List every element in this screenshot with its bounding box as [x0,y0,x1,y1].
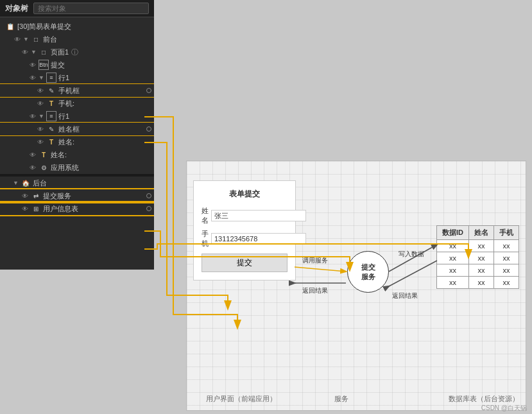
tree-item-row1b[interactable]: 👁 ▼ ≡ 行1 [0,110,154,123]
label-service: 服务 [334,394,348,404]
circle-indicator [146,88,151,93]
name-input[interactable] [211,210,306,221]
tree-item-phone-frame[interactable]: 👁 ✎ 手机框 [0,84,154,97]
svg-line-5 [389,245,437,272]
watermark: CSDN @白天锅 [481,404,527,413]
table-cell: xx [469,252,494,264]
label-frontend: 用户界面（前端应用） [206,394,277,404]
tree-item-root[interactable]: 📋 [30]简易表单提交 [0,20,154,33]
table-cell: xx [494,264,519,277]
tree-item-submit-svc[interactable]: 👁 ⇄ 提交服务 [0,189,154,202]
eye-icon: 👁 [21,47,30,56]
frontend-icon: □ [31,34,41,44]
service-icon: ⇄ [31,191,41,201]
table-cell: xx [494,252,519,264]
table-cell: xx [437,264,469,277]
tree-item-label: 应用系统 [51,163,79,173]
eye-icon: 👁 [21,191,30,200]
row-icon: ≡ [46,111,56,121]
gear-icon: ⚙ [39,162,49,173]
form-phone-row: 手机 [202,229,287,248]
tree-item-label: 页面1 [51,47,69,57]
table-cell: xx [469,277,494,289]
tree-item-label: 姓名: [51,150,67,160]
tree-item-page1[interactable]: 👁 ▼ □ 页面1 ⓘ [0,46,154,58]
tree-item-backend[interactable]: ▼ 🏠 后台 [0,177,154,189]
eye-icon: 👁 [36,99,45,108]
tree-item-label: 用户信息表 [43,204,78,214]
data-table: 数据ID 姓名 手机 xxxxxxxxxxxxxxxxxxxxxxxx [436,225,519,289]
info-icon: ⓘ [71,47,78,57]
tree-item-phone-label[interactable]: 👁 T 手机: [0,97,154,110]
service-label-line1: 提交 [361,263,375,272]
eye-icon: 👁 [36,86,45,95]
circle-indicator [146,126,151,132]
tree-item-label: 提交 [51,60,65,70]
home-icon: 🏠 [21,178,31,188]
eye-icon: 👁 [28,112,37,121]
search-input[interactable] [33,3,149,14]
tree-item-label: 手机框 [58,86,80,96]
table-header-name: 姓名 [469,226,494,240]
service-label-line2: 服务 [361,272,375,282]
table-cell: xx [469,240,494,252]
text-icon: T [46,137,56,147]
arrow-icon: ▼ [31,49,37,55]
phone-label: 手机 [202,229,209,248]
table-body: xxxxxxxxxxxxxxxxxxxxxxxx [437,240,519,289]
svg-text:写入数据: 写入数据 [399,250,424,257]
tree-item-name-val[interactable]: 👁 T 姓名: [0,148,154,161]
tree-body: 📋 [30]简易表单提交 👁 ▼ □ 前台 👁 ▼ □ 页面1 ⓘ 👁 Btn … [0,17,154,270]
table-cell: xx [494,240,519,252]
tree-item-frontend[interactable]: 👁 ▼ □ 前台 [0,33,154,46]
tree-item-label: 行1 [58,73,69,83]
svg-line-3 [295,267,346,272]
tree-item-row1a[interactable]: 👁 ▼ ≡ 行1 [0,71,154,84]
tree-item-label: 前台 [43,35,57,44]
tree-item-user-table[interactable]: 👁 ⊞ 用户信息表 [0,202,154,215]
eye-icon: 👁 [28,150,37,159]
tree-item-label: 姓名: [58,137,74,147]
tree-header: 对象树 [0,0,154,17]
svg-text:返回结果: 返回结果 [302,287,328,294]
table-cell: xx [437,252,469,264]
service-circle: 提交 服务 [347,251,389,293]
phone-input[interactable] [211,233,306,245]
tree-item-name-frame[interactable]: 👁 ✎ 姓名框 [0,123,154,135]
table-cell: xx [469,264,494,277]
arrow-icon: ▼ [39,74,45,81]
tree-item-btn-submit[interactable]: 👁 Btn 提交 [0,58,154,71]
tree-item-label: 后台 [33,178,47,188]
row-icon: ≡ [46,73,56,83]
input-icon: ✎ [46,85,56,96]
table-cell: xx [437,240,469,252]
name-label: 姓名 [202,206,209,225]
form-card: 表单提交 姓名 手机 提交 [193,180,296,280]
tree-item-label: 提交服务 [43,191,71,201]
form-submit-button[interactable]: 提交 [202,254,287,272]
input-icon: ✎ [46,124,56,134]
tree-item-label: 手机: [58,99,74,108]
svg-text:返回结果: 返回结果 [392,292,418,299]
tree-item-name-label[interactable]: 👁 T 姓名: [0,135,154,148]
table-cell: xx [437,277,469,289]
object-tree-panel: 对象树 📋 [30]简易表单提交 👁 ▼ □ 前台 👁 ▼ □ 页面1 ⓘ 👁 … [0,0,154,270]
arrow-icon: ▼ [13,180,19,186]
page-icon: □ [39,47,49,57]
tree-item-app-sys[interactable]: 👁 ⚙ 应用系统 [0,161,154,174]
circle-indicator [146,193,151,198]
tree-item-label: 行1 [58,112,69,121]
tree-item-label: [30]简易表单提交 [17,22,71,31]
tree-item-label: 姓名框 [58,125,80,134]
table-icon: ⊞ [31,203,41,214]
eye-icon: 👁 [28,60,37,69]
eye-icon: 👁 [36,125,45,134]
eye-icon: 👁 [28,163,37,172]
diagram-area: 表单提交 姓名 手机 提交 提交 服务 数据ID 姓名 手机 xxxxxxxxx… [186,160,526,411]
eye-icon: 👁 [13,35,22,44]
eye-icon: 👁 [21,204,30,213]
svg-line-9 [389,261,437,286]
table-row: xxxxxx [437,277,519,289]
table-cell: xx [494,277,519,289]
btn-icon: Btn [39,60,49,70]
